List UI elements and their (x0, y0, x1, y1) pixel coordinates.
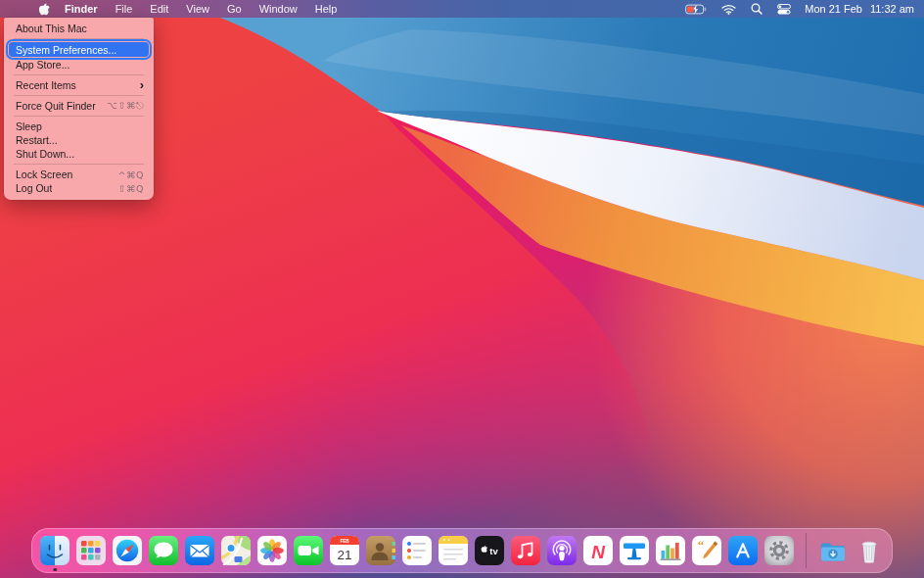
apple-menu-item-app-store[interactable]: App Store... (4, 58, 154, 72)
menubar-item-edit[interactable]: Edit (141, 0, 177, 18)
dock-item-messages[interactable] (149, 536, 178, 565)
apple-menu-item-lock-screen[interactable]: Lock Screen^⌘Q (4, 168, 154, 181)
menu-item-label: Shut Down... (16, 148, 74, 160)
menu-separator (14, 116, 144, 117)
dock-item-downloads[interactable] (818, 536, 848, 565)
svg-text:“: “ (698, 538, 705, 553)
dock-item-system-preferences[interactable] (764, 536, 794, 565)
menubar-date: Mon 21 Feb (805, 3, 862, 15)
dock-item-news[interactable]: N (583, 536, 613, 565)
dock-item-contacts[interactable] (366, 536, 395, 565)
dock-item-trash[interactable] (855, 536, 884, 565)
battery-charging-icon[interactable] (685, 4, 707, 15)
dock: FEB21tvN“ (31, 528, 893, 573)
menubar-item-help[interactable]: Help (306, 0, 346, 18)
menubar-time: 11:32 am (870, 3, 914, 15)
dock-item-keynote[interactable] (620, 536, 649, 565)
svg-text:N: N (591, 542, 606, 562)
dock-item-maps[interactable] (221, 536, 251, 565)
dock-item-numbers[interactable] (656, 536, 685, 565)
menu-item-shortcut: ⇧⌘Q (118, 183, 144, 194)
spotlight-search-icon[interactable] (751, 3, 762, 15)
dock-item-pages[interactable]: “ (692, 536, 721, 565)
apple-menu: About This MacSystem Preferences...App S… (4, 18, 154, 200)
dock-item-tv[interactable]: tv (475, 536, 504, 565)
menu-item-label: Sleep (16, 120, 42, 132)
menu-separator (14, 164, 144, 165)
apple-menu-item-force-quit-finder[interactable]: Force Quit Finder⌥⇧⌘⎋ (4, 99, 154, 113)
dock-item-finder[interactable] (40, 536, 69, 565)
dock-item-mail[interactable] (185, 536, 214, 565)
apple-menu-item-about-this-mac[interactable]: About This Mac (4, 22, 154, 35)
svg-text:21: 21 (337, 548, 351, 562)
svg-text:tv: tv (489, 546, 498, 556)
menu-separator (14, 38, 144, 39)
dock-item-music[interactable] (511, 536, 540, 565)
menu-item-label: Log Out (16, 182, 52, 194)
wifi-icon[interactable] (721, 4, 736, 15)
menu-item-label: Lock Screen (16, 169, 72, 180)
menu-item-shortcut: ^⌘Q (118, 169, 144, 180)
menu-item-label: Force Quit Finder (16, 100, 96, 112)
running-indicator-dot (53, 568, 57, 572)
apple-logo-icon (39, 3, 50, 16)
control-center-icon[interactable] (777, 4, 791, 15)
dock-separator (806, 533, 807, 568)
menu-item-label: Recent Items (16, 79, 76, 91)
menubar-clock[interactable]: Mon 21 Feb 11:32 am (805, 3, 914, 15)
menu-item-shortcut: ⌥⇧⌘⎋ (107, 100, 144, 112)
dock-item-launchpad[interactable] (76, 536, 106, 565)
menu-item-label: System Preferences... (16, 44, 116, 56)
apple-menu-item-shut-down[interactable]: Shut Down... (4, 147, 154, 161)
submenu-chevron-icon: › (140, 80, 144, 90)
menubar-status-icons (685, 3, 791, 15)
desktop: FinderFileEditViewGoWindowHelp (0, 0, 924, 578)
menubar-item-view[interactable]: View (177, 0, 218, 18)
menubar-item-go[interactable]: Go (218, 0, 251, 18)
menubar-item-file[interactable]: File (107, 0, 142, 18)
dock-item-reminders[interactable] (402, 536, 432, 565)
menubar-item-finder[interactable]: Finder (56, 0, 107, 18)
menu-item-label: Restart... (16, 134, 58, 146)
dock-item-calendar[interactable]: FEB21 (330, 536, 359, 565)
apple-menu-item-restart[interactable]: Restart... (4, 133, 154, 147)
dock-item-podcasts[interactable] (547, 536, 577, 565)
dock-item-facetime[interactable] (294, 536, 323, 565)
menu-bar: FinderFileEditViewGoWindowHelp (0, 0, 924, 18)
menubar-app-menus: FinderFileEditViewGoWindowHelp (56, 0, 346, 18)
apple-menu-item-recent-items[interactable]: Recent Items› (4, 78, 154, 92)
dock-item-notes[interactable] (439, 536, 468, 565)
menu-separator (14, 74, 144, 75)
apple-menu-button[interactable] (39, 3, 50, 16)
dock-item-safari[interactable] (113, 536, 142, 565)
svg-text:FEB: FEB (340, 539, 349, 544)
dock-item-appstore[interactable] (728, 536, 758, 565)
apple-menu-item-log-out[interactable]: Log Out⇧⌘Q (4, 181, 154, 195)
menu-separator (14, 95, 144, 96)
menu-item-label: App Store... (16, 59, 69, 71)
menubar-item-window[interactable]: Window (251, 0, 306, 18)
menu-item-label: About This Mac (16, 23, 87, 34)
apple-menu-item-system-preferences[interactable]: System Preferences... (9, 42, 149, 57)
apple-menu-item-sleep[interactable]: Sleep (4, 120, 154, 133)
dock-item-photos[interactable] (257, 536, 287, 565)
